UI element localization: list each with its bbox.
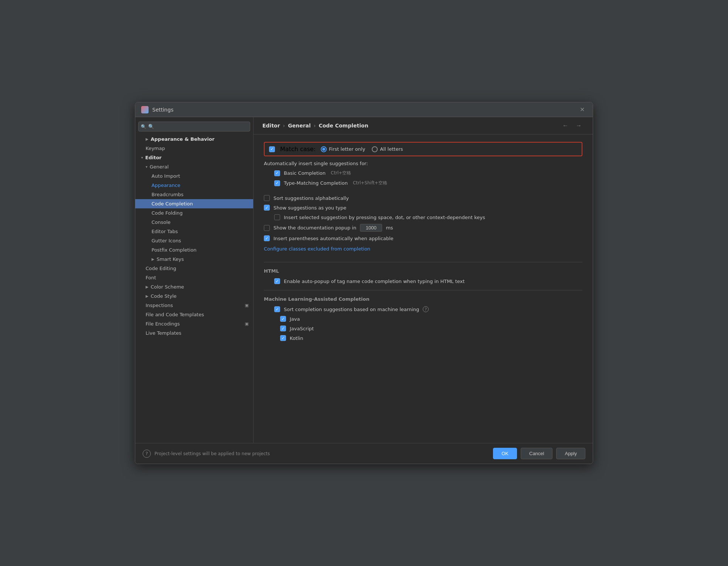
footer: ? Project-level settings will be applied… [135, 443, 593, 464]
divider-html [264, 262, 582, 262]
app-icon [141, 106, 149, 113]
type-matching-shortcut: Ctrl+Shift+空格 [353, 180, 387, 186]
sidebar-item-label: Console [152, 219, 171, 225]
basic-completion-checkbox[interactable]: ✓ [274, 170, 280, 176]
insert-parens-checkbox[interactable]: ✓ [264, 235, 270, 241]
sidebar-item-label: Editor Tabs [152, 229, 178, 234]
sidebar-item-general[interactable]: ▾ General [135, 162, 253, 171]
chevron-icon: ▶ [146, 137, 149, 141]
sidebar-item-label: Code Completion [152, 201, 193, 207]
sidebar-item-code-folding[interactable]: Code Folding [135, 208, 253, 218]
ml-kotlin-checkbox[interactable]: ✓ [280, 335, 286, 341]
radio-circle-first [321, 146, 327, 152]
ml-kotlin-label: Kotlin [290, 335, 303, 341]
radio-circle-all [372, 146, 378, 152]
show-as-type-checkbox[interactable]: ✓ [264, 205, 270, 211]
sidebar-item-code-editing[interactable]: Code Editing [135, 264, 253, 273]
sidebar-item-label: Editor [145, 155, 161, 160]
match-case-checkbox[interactable]: ✓ [269, 146, 275, 152]
chevron-icon: ▶ [152, 257, 154, 261]
ml-js-checkbox[interactable]: ✓ [280, 325, 286, 331]
help-button[interactable]: ? [143, 450, 151, 458]
sort-alpha-checkbox[interactable] [264, 195, 270, 201]
type-matching-row: ✓ Type-Matching Completion Ctrl+Shift+空格 [274, 180, 582, 186]
sidebar-item-inspections[interactable]: Inspections ▣ [135, 301, 253, 310]
insert-selected-checkbox[interactable] [274, 214, 280, 220]
sidebar-item-label: Gutter Icons [152, 238, 181, 243]
radio-all-letters-label: All letters [380, 146, 403, 152]
match-case-row: ✓ Match case: First letter only All let [264, 142, 582, 156]
html-auto-popup-row: ✓ Enable auto-popup of tag name code com… [274, 278, 582, 284]
ml-kotlin-row: ✓ Kotlin [280, 335, 582, 341]
divider-ml [264, 290, 582, 290]
sidebar-item-auto-import[interactable]: Auto Import [135, 171, 253, 181]
sidebar-item-label: Auto Import [152, 173, 180, 179]
sidebar-item-file-encodings[interactable]: File Encodings ▣ [135, 319, 253, 328]
footer-hint: Project-level settings will be applied t… [154, 451, 270, 456]
breadcrumb-sep1: › [283, 123, 285, 129]
search-input[interactable] [138, 122, 250, 132]
sidebar-item-live-templates[interactable]: Live Templates [135, 328, 253, 338]
sidebar-item-label: Code Style [151, 293, 177, 299]
sidebar-item-appearance[interactable]: Appearance [135, 181, 253, 190]
insert-selected-row: Insert selected suggestion by pressing s… [274, 214, 582, 220]
insert-parens-row: ✓ Insert parentheses automatically when … [264, 235, 582, 241]
chevron-icon: ▾ [146, 165, 147, 169]
type-matching-label: Type-Matching Completion [284, 180, 348, 186]
radio-first-letter[interactable]: First letter only [321, 146, 365, 152]
ml-js-row: ✓ JavaScript [280, 325, 582, 331]
configure-link[interactable]: Configure classes excluded from completi… [264, 246, 370, 252]
sidebar-item-console[interactable]: Console [135, 218, 253, 227]
sidebar-item-color-scheme[interactable]: ▶ Color Scheme [135, 282, 253, 291]
radio-all-letters[interactable]: All letters [372, 146, 403, 152]
breadcrumb-general: General [288, 123, 311, 129]
sidebar: 🔍 ▶ Appearance & Behavior Keymap ▾ Edito… [135, 117, 254, 443]
sidebar-item-file-code-templates[interactable]: File and Code Templates [135, 310, 253, 319]
match-case-label: Match case: [280, 146, 316, 153]
back-button[interactable]: ← [560, 122, 571, 130]
sidebar-item-postfix-completion[interactable]: Postfix Completion [135, 245, 253, 255]
sort-alpha-row: Sort suggestions alphabetically [264, 195, 582, 201]
sidebar-item-appearance-behavior[interactable]: ▶ Appearance & Behavior [135, 134, 253, 144]
doc-popup-unit: ms [386, 225, 393, 231]
ml-sort-checkbox[interactable]: ✓ [274, 306, 280, 312]
sidebar-item-label: Code Editing [146, 266, 176, 271]
type-matching-checkbox[interactable]: ✓ [274, 180, 280, 186]
chevron-icon: ▶ [146, 294, 149, 298]
apply-button[interactable]: Apply [556, 448, 585, 459]
footer-left: ? Project-level settings will be applied… [143, 450, 270, 458]
show-doc-popup-checkbox[interactable] [264, 225, 270, 231]
ok-button[interactable]: OK [493, 448, 517, 459]
forward-button[interactable]: → [574, 122, 584, 130]
sidebar-item-label: File Encodings [146, 321, 180, 327]
main-content: Editor › General › Code Completion ← → ✓ [254, 117, 593, 443]
sidebar-item-font[interactable]: Font [135, 273, 253, 282]
cancel-button[interactable]: Cancel [521, 448, 552, 459]
sidebar-item-code-completion[interactable]: Code Completion [135, 199, 253, 208]
sidebar-item-label: Breadcrumbs [152, 192, 184, 197]
sidebar-item-editor[interactable]: ▾ Editor [135, 153, 253, 162]
sort-alpha-label: Sort suggestions alphabetically [273, 195, 349, 201]
auto-insert-label: Automatically insert single suggestions … [264, 161, 368, 166]
sidebar-item-breadcrumbs[interactable]: Breadcrumbs [135, 190, 253, 199]
html-auto-popup-checkbox[interactable]: ✓ [274, 278, 280, 284]
sidebar-item-code-style[interactable]: ▶ Code Style [135, 291, 253, 301]
breadcrumb-editor: Editor [262, 123, 280, 129]
settings-dialog: Settings ✕ 🔍 ▶ Appearance & Behavior Key… [135, 102, 593, 464]
sidebar-item-smart-keys[interactable]: ▶ Smart Keys [135, 255, 253, 264]
ml-js-label: JavaScript [290, 326, 314, 331]
show-doc-popup-row: Show the documentation popup in ms [264, 224, 582, 232]
sidebar-item-editor-tabs[interactable]: Editor Tabs [135, 227, 253, 236]
auto-insert-label-row: Automatically insert single suggestions … [264, 161, 582, 166]
doc-popup-value-input[interactable] [360, 224, 382, 232]
sidebar-item-label: Keymap [146, 146, 165, 151]
ml-java-checkbox[interactable]: ✓ [280, 316, 286, 322]
ml-help-icon[interactable]: ? [423, 306, 429, 312]
chevron-icon: ▾ [141, 156, 143, 160]
sidebar-item-keymap[interactable]: Keymap [135, 144, 253, 153]
sidebar-item-gutter-icons[interactable]: Gutter Icons [135, 236, 253, 245]
sidebar-item-label: File and Code Templates [146, 312, 204, 317]
show-as-type-label: Show suggestions as you type [273, 205, 346, 211]
close-button[interactable]: ✕ [578, 105, 587, 114]
dialog-title: Settings [152, 107, 173, 113]
